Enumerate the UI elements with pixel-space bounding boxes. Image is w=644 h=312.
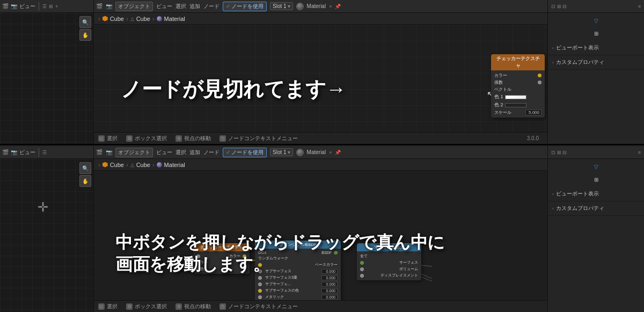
subcol-value[interactable]: 0.000: [321, 288, 338, 293]
checker-fac-label: 係数: [494, 79, 503, 85]
filter-icon[interactable]: ▽: [591, 15, 602, 26]
checker-scale-row: スケール 5.000: [491, 109, 545, 116]
metallic-socket[interactable]: [258, 295, 262, 299]
mouse-right-icon: ◳: [219, 135, 226, 142]
top-viewport-toolbar: 🎬 📷 ビュー ☰ ⊞ +: [0, 0, 93, 13]
btm-right-toolbar-more: ≡: [638, 150, 641, 155]
top-prop-icons: ▽ ⊞: [548, 13, 644, 41]
grid-icon[interactable]: ⊞: [591, 28, 602, 39]
btm-hand-icon[interactable]: ✋: [79, 175, 91, 187]
btm-grid-icon[interactable]: ⊞: [591, 174, 602, 185]
node-select-btn[interactable]: 選択: [175, 3, 186, 10]
btm-custom-props-label: カスタムプロパティ: [556, 205, 604, 212]
bottom-viewport-toolbar: 🎬 📷 ビュー ☰: [0, 146, 93, 159]
btm-mouse-left-icon: ◱: [98, 303, 105, 310]
node-node-btn[interactable]: ノード: [203, 3, 219, 10]
btm-breadcrumb-cube2[interactable]: Cube: [136, 162, 150, 168]
custom-props-label: カスタムプロパティ: [556, 59, 604, 66]
btm-mouse-right-icon: ◳: [219, 303, 226, 310]
sub3-socket[interactable]: [258, 276, 262, 280]
metallic-value[interactable]: 0.000: [321, 295, 338, 300]
right-toolbar-icons: ⊡ ⊞ ⊟: [551, 4, 567, 9]
pin-icon[interactable]: 📌: [335, 4, 341, 9]
bsdf-subsurf-row: サブサーフェ... 0.000: [255, 281, 341, 287]
btm-view-btn[interactable]: ビュー: [19, 149, 35, 156]
btm-nodes-use-button[interactable]: ✓ ノードを使用: [223, 148, 267, 157]
hand-icon[interactable]: ✋: [79, 29, 91, 41]
breadcrumb-material[interactable]: Material: [164, 16, 185, 22]
cube-icon: [103, 16, 108, 21]
status-context-label: ノードコンテキストメニュー: [228, 135, 298, 142]
close-icon[interactable]: ×: [329, 4, 332, 9]
node-view-btn[interactable]: ビュー: [156, 3, 172, 10]
btm-breadcrumb-material[interactable]: Material: [164, 162, 185, 168]
btm-viewport-display-label: ビューポート表示: [556, 190, 599, 198]
btm-custom-props-item[interactable]: › カスタムプロパティ: [548, 201, 644, 216]
subsurf-label: サブサーフェ...: [265, 281, 319, 287]
slot-label: Slot 1: [273, 3, 287, 9]
status-select-label: 選択: [107, 135, 118, 142]
col1-swatch[interactable]: [505, 95, 526, 99]
version-top: 3.0.0: [525, 135, 541, 141]
viewport-display-label: ビューポート表示: [556, 44, 599, 52]
bottom-status-bar: ◱ 選択 ⊡ ボックス選択 ⊙ 視点の移動 ◳ ノードコンテキストメニュー: [94, 300, 547, 312]
top-right-toolbar: ⊡ ⊞ ⊟ ≡: [548, 0, 644, 13]
btm-prop-icons: ▽ ⊞: [548, 159, 644, 187]
scale-value[interactable]: 5.000: [525, 110, 541, 115]
checker-node-body: カラー 係数 ベクトル 色 1 色 2: [491, 70, 545, 118]
subcol-socket[interactable]: [258, 289, 262, 293]
material-icon: [157, 16, 162, 21]
mouse-left-icon: ◱: [98, 135, 105, 142]
btm-view2-btn[interactable]: ビュー: [156, 149, 172, 156]
viewport-display-item[interactable]: › ビューポート表示: [548, 41, 644, 55]
btm-filter-icon[interactable]: ▽: [591, 161, 602, 172]
btm-object-btn[interactable]: オブジェクト: [115, 148, 153, 157]
top-overlay-text: ノードが見切れてます→: [121, 76, 346, 103]
btm-viewport-display-item[interactable]: › ビューポート表示: [548, 187, 644, 201]
fac-socket[interactable]: [538, 81, 541, 84]
color-socket[interactable]: [538, 74, 541, 77]
btm-overlay-line1: 中ボタンを押しながらドラッグで真ん中に: [115, 233, 445, 252]
btm-breadcrumb-cube1[interactable]: Cube: [110, 162, 124, 168]
btm-select-btn[interactable]: 選択: [175, 149, 186, 156]
btm-material-sphere-icon: [296, 149, 304, 156]
breadcrumb-cube2[interactable]: Cube: [136, 16, 150, 22]
btm-node-btn[interactable]: ノード: [203, 149, 219, 156]
nodes-use-button[interactable]: ✓ ノードを使用: [223, 2, 267, 11]
status-select: ◱ 選択: [98, 135, 118, 142]
zoom-icon[interactable]: 🔍: [79, 16, 91, 28]
btm-pin-icon[interactable]: 📌: [335, 150, 341, 155]
bottom-node-bg[interactable]: チェッカーテクスチャ カラー カラー 係数: [94, 171, 547, 300]
subsurf-value[interactable]: 0.000: [321, 282, 338, 287]
btm-breadcrumb-sep1: ›: [126, 162, 128, 168]
bottom-right-panel: ⊡ ⊞ ⊟ ≡ ▽ ⊞ › ビューポート表示 › カスタムプロパティ: [547, 146, 644, 312]
btm-material-icon: [157, 162, 162, 168]
btm-zoom-icon[interactable]: 🔍: [79, 162, 91, 174]
btm-status-box-label: ボックス選択: [135, 303, 167, 310]
top-node-bg[interactable]: ↖ ノードが見切れてます→ チェッカーテクスチャ カラー 係数: [94, 25, 547, 132]
btm-status-view-label: 視点の移動: [184, 303, 211, 310]
viewport-view-btn[interactable]: ビュー: [19, 3, 35, 10]
viewport-tools: 🔍 ✋: [79, 16, 91, 41]
btm-checkmark-icon: ✓: [226, 149, 230, 155]
btm-right-toolbar: ⊡ ⊞ ⊟ ≡: [548, 146, 644, 159]
slot-selector[interactable]: Slot 1 ▾: [270, 2, 293, 10]
breadcrumb-cube1[interactable]: Cube: [110, 16, 124, 22]
bsdf-metallic-row: メタリック 0.000: [255, 294, 341, 300]
chevron2-icon: ›: [552, 60, 554, 65]
btm-slot-selector[interactable]: Slot 1 ▾: [270, 148, 293, 156]
col2-swatch[interactable]: [505, 103, 526, 107]
top-right-panel: ⊡ ⊞ ⊟ ≡ ▽ ⊞ › ビューポート表示 › カスタムプロパティ: [547, 0, 644, 144]
status-view-label: 視点の移動: [184, 135, 211, 142]
status-view-move: ⊙ 視点の移動: [175, 135, 211, 142]
btm-status-context-label: ノードコンテキストメニュー: [228, 303, 298, 310]
btm-close-icon[interactable]: ×: [329, 150, 332, 155]
node-object-btn[interactable]: オブジェクト: [115, 2, 153, 11]
subsurf-socket[interactable]: [258, 282, 262, 286]
material-label: Material: [307, 3, 326, 9]
btm-nodes-use-label: ノードを使用: [231, 149, 264, 156]
checker-node-top[interactable]: チェッカーテクスチャ カラー 係数 ベクトル 色 1: [491, 54, 545, 118]
btm-add-btn[interactable]: 追加: [189, 149, 200, 156]
node-add-btn[interactable]: 追加: [189, 3, 200, 10]
custom-props-item[interactable]: › カスタムプロパティ: [548, 55, 644, 70]
